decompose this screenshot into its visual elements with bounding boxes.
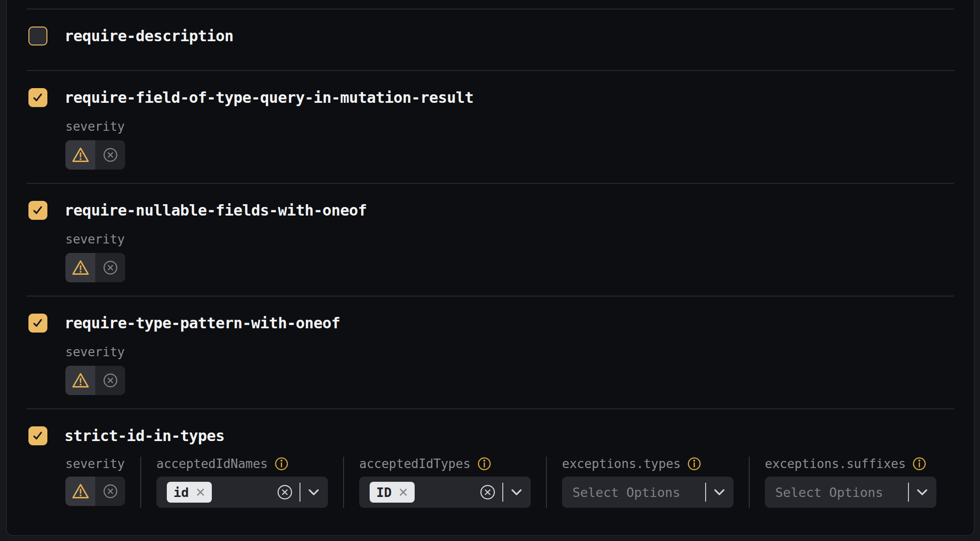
rule-name: require-type-pattern-with-oneof xyxy=(64,314,340,333)
exceptions-suffixes-multiselect[interactable]: Select Options xyxy=(765,477,936,508)
checkmark-icon xyxy=(32,205,44,216)
rule-name: require-nullable-fields-with-oneof xyxy=(64,201,367,220)
tag-chip: id xyxy=(167,482,212,503)
rule-name: require-description xyxy=(64,27,234,45)
rule-name: require-field-of-type-query-in-mutation-… xyxy=(64,88,473,107)
option-column-exceptions-suffixes: exceptions.suffixes Select Options xyxy=(765,457,936,508)
severity-off-option[interactable] xyxy=(95,366,125,395)
rule-section-require-field-of-type-query-in-mutation-result: require-field-of-type-query-in-mutation-… xyxy=(7,71,974,183)
tag-chip-label: ID xyxy=(376,485,392,500)
select-divider xyxy=(299,483,300,502)
field-label-severity: severity xyxy=(65,119,952,134)
chevron-down-icon[interactable] xyxy=(916,488,928,496)
clear-selection-icon[interactable] xyxy=(277,484,293,500)
severity-warn-option[interactable] xyxy=(65,140,95,170)
circle-x-icon xyxy=(103,260,118,275)
column-divider xyxy=(343,457,344,508)
info-icon[interactable] xyxy=(912,457,926,471)
field-label-exceptions-types: exceptions.types xyxy=(562,457,681,471)
severity-warn-option[interactable] xyxy=(65,253,95,282)
field-label-exceptions-suffixes: exceptions.suffixes xyxy=(765,457,906,471)
severity-toggle xyxy=(65,366,125,395)
rule-checkbox-require-description[interactable] xyxy=(28,27,47,45)
rule-section-strict-id-in-types: strict-id-in-types severity a xyxy=(7,409,974,521)
select-divider xyxy=(908,483,909,502)
warning-icon xyxy=(72,259,90,276)
field-label-acceptedIdTypes: acceptedIdTypes xyxy=(359,457,471,471)
circle-x-icon xyxy=(103,484,118,499)
checkmark-icon xyxy=(32,430,44,442)
rule-name: strict-id-in-types xyxy=(64,426,225,445)
column-divider xyxy=(749,457,750,508)
chevron-down-icon[interactable] xyxy=(714,488,725,496)
warning-icon xyxy=(72,372,90,389)
clear-selection-icon[interactable] xyxy=(480,484,496,500)
select-placeholder: Select Options xyxy=(572,485,681,500)
warning-icon xyxy=(72,483,90,500)
remove-tag-icon[interactable] xyxy=(399,487,408,497)
column-divider xyxy=(546,457,547,508)
severity-toggle xyxy=(65,253,125,282)
tag-chip-label: id xyxy=(173,485,189,500)
rule-checkbox-strict-id-in-types[interactable] xyxy=(28,426,47,445)
checkmark-icon xyxy=(32,92,44,103)
severity-off-option[interactable] xyxy=(95,140,125,170)
rule-checkbox-require-type-pattern-with-oneof[interactable] xyxy=(28,314,47,333)
severity-toggle xyxy=(65,477,125,506)
select-placeholder: Select Options xyxy=(775,485,883,500)
field-label-severity: severity xyxy=(65,457,125,471)
warning-icon xyxy=(72,146,90,163)
severity-off-option[interactable] xyxy=(95,477,125,506)
column-divider xyxy=(140,457,141,508)
severity-off-option[interactable] xyxy=(95,253,125,282)
severity-toggle xyxy=(65,140,125,170)
option-column-severity: severity xyxy=(65,457,125,508)
exceptions-types-multiselect[interactable]: Select Options xyxy=(562,477,734,508)
checkmark-icon xyxy=(32,317,44,329)
field-label-severity: severity xyxy=(65,232,952,246)
option-column-acceptedIdTypes: acceptedIdTypes ID xyxy=(359,457,531,508)
rule-section-require-type-pattern-with-oneof: require-type-pattern-with-oneof severity xyxy=(7,297,974,408)
severity-warn-option[interactable] xyxy=(65,366,95,395)
field-label-acceptedIdNames: acceptedIdNames xyxy=(156,457,268,471)
option-column-exceptions-types: exceptions.types Select Options xyxy=(562,457,734,508)
severity-warn-option[interactable] xyxy=(65,477,95,506)
info-icon[interactable] xyxy=(687,457,701,471)
select-divider xyxy=(705,483,706,502)
rule-checkbox-require-field-of-type-query-in-mutation-result[interactable] xyxy=(28,88,47,107)
acceptedIdTypes-multiselect[interactable]: ID xyxy=(359,477,531,508)
chevron-down-icon[interactable] xyxy=(511,488,522,496)
info-icon[interactable] xyxy=(274,457,289,471)
tag-chip: ID xyxy=(370,482,415,503)
option-column-acceptedIdNames: acceptedIdNames id xyxy=(156,457,328,508)
circle-x-icon xyxy=(103,373,118,388)
remove-tag-icon[interactable] xyxy=(196,487,205,497)
acceptedIdNames-multiselect[interactable]: id xyxy=(156,477,328,508)
select-divider xyxy=(502,483,503,502)
chevron-down-icon[interactable] xyxy=(308,488,319,496)
info-icon[interactable] xyxy=(477,457,491,471)
circle-x-icon xyxy=(103,147,118,162)
rules-config-panel: require-description require-field-of-typ… xyxy=(6,0,974,536)
rule-section-require-description: require-description xyxy=(7,9,974,70)
rule-section-require-nullable-fields-with-oneof: require-nullable-fields-with-oneof sever… xyxy=(7,184,974,296)
rule-checkbox-require-nullable-fields-with-oneof[interactable] xyxy=(28,201,47,220)
field-label-severity: severity xyxy=(65,345,952,359)
